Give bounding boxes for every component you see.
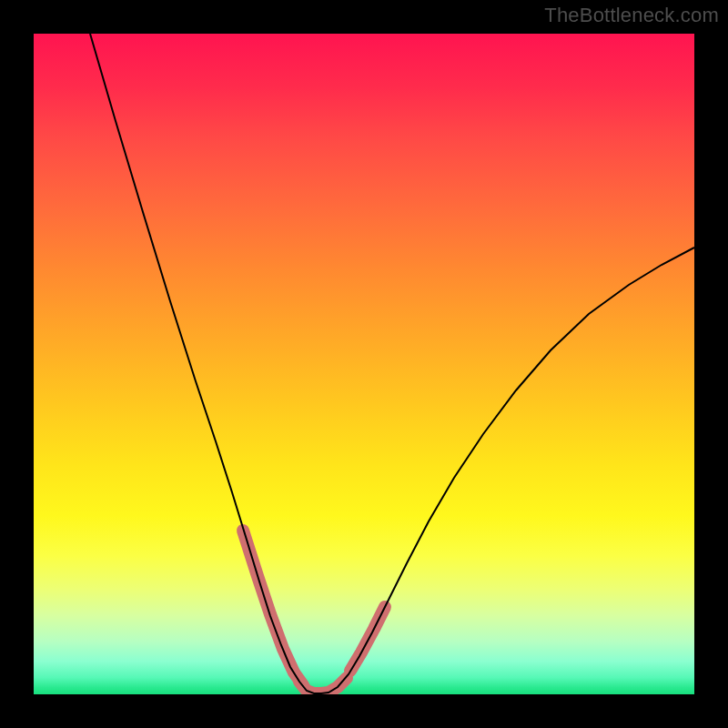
main-curve [90,34,694,693]
watermark-text: TheBottleneck.com [544,4,719,27]
curve-layer [34,34,694,694]
highlight-left [243,531,303,685]
chart-frame: TheBottleneck.com [0,0,728,728]
highlight-segments [243,531,385,693]
plot-area [34,34,694,694]
